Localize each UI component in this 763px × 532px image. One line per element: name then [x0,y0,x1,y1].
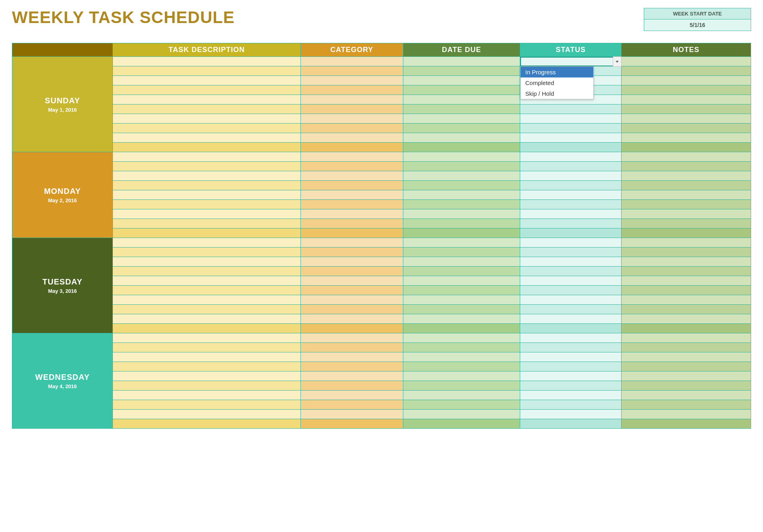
status-cell[interactable] [520,371,622,381]
task-cell[interactable] [113,381,301,391]
task-cell[interactable] [113,343,301,352]
due-cell[interactable] [403,219,520,228]
due-cell[interactable] [403,104,520,114]
status-cell[interactable] [520,257,622,267]
category-cell[interactable] [300,276,403,286]
task-cell[interactable] [113,190,301,200]
category-cell[interactable] [300,419,403,429]
status-cell[interactable] [520,343,622,352]
status-cell[interactable] [520,286,622,295]
notes-cell[interactable] [622,228,751,238]
category-cell[interactable] [300,267,403,276]
due-cell[interactable] [403,381,520,391]
notes-cell[interactable] [622,314,751,324]
notes-cell[interactable] [622,209,751,219]
category-cell[interactable] [300,143,403,152]
task-cell[interactable] [113,57,301,66]
due-cell[interactable] [403,124,520,133]
category-cell[interactable] [300,152,403,162]
category-cell[interactable] [300,238,403,248]
task-cell[interactable] [113,295,301,305]
dropdown-arrow-icon[interactable] [613,56,622,67]
due-cell[interactable] [403,257,520,267]
notes-cell[interactable] [622,171,751,181]
notes-cell[interactable] [622,333,751,343]
notes-cell[interactable] [622,352,751,362]
notes-cell[interactable] [622,410,751,419]
status-cell[interactable] [520,114,622,124]
due-cell[interactable] [403,209,520,219]
notes-cell[interactable] [622,124,751,133]
status-cell[interactable] [520,190,622,200]
category-cell[interactable] [300,257,403,267]
status-option[interactable]: In Progress [521,67,593,77]
notes-cell[interactable] [622,295,751,305]
status-cell[interactable] [520,200,622,209]
notes-cell[interactable] [622,104,751,114]
due-cell[interactable] [403,190,520,200]
task-cell[interactable] [113,267,301,276]
due-cell[interactable] [403,171,520,181]
due-cell[interactable] [403,66,520,76]
category-cell[interactable] [300,181,403,190]
due-cell[interactable] [403,181,520,190]
task-cell[interactable] [113,85,301,95]
category-cell[interactable] [300,219,403,228]
due-cell[interactable] [403,391,520,400]
task-cell[interactable] [113,391,301,400]
category-cell[interactable] [300,76,403,85]
status-cell[interactable] [520,362,622,371]
notes-cell[interactable] [622,391,751,400]
category-cell[interactable] [300,200,403,209]
due-cell[interactable] [403,95,520,104]
task-cell[interactable] [113,76,301,85]
task-cell[interactable] [113,419,301,429]
task-cell[interactable] [113,209,301,219]
task-cell[interactable] [113,66,301,76]
category-cell[interactable] [300,95,403,104]
category-cell[interactable] [300,85,403,95]
task-cell[interactable] [113,152,301,162]
task-cell[interactable] [113,276,301,286]
category-cell[interactable] [300,333,403,343]
task-cell[interactable] [113,133,301,143]
status-cell[interactable] [520,391,622,400]
notes-cell[interactable] [622,257,751,267]
notes-cell[interactable] [622,267,751,276]
status-cell[interactable] [520,152,622,162]
task-cell[interactable] [113,257,301,267]
task-cell[interactable] [113,200,301,209]
due-cell[interactable] [403,200,520,209]
task-cell[interactable] [113,371,301,381]
status-cell[interactable] [520,228,622,238]
category-cell[interactable] [300,391,403,400]
task-cell[interactable] [113,286,301,295]
status-cell[interactable] [520,305,622,314]
task-cell[interactable] [113,162,301,171]
category-cell[interactable] [300,410,403,419]
task-cell[interactable] [113,104,301,114]
category-cell[interactable] [300,228,403,238]
category-cell[interactable] [300,314,403,324]
notes-cell[interactable] [622,76,751,85]
status-cell[interactable] [520,324,622,333]
task-cell[interactable] [113,410,301,419]
task-cell[interactable] [113,362,301,371]
task-cell[interactable] [113,305,301,314]
due-cell[interactable] [403,57,520,66]
category-cell[interactable] [300,295,403,305]
category-cell[interactable] [300,324,403,333]
status-cell[interactable] [520,295,622,305]
status-option[interactable]: Skip / Hold [521,88,593,99]
notes-cell[interactable] [622,238,751,248]
notes-cell[interactable] [622,343,751,352]
due-cell[interactable] [403,343,520,352]
category-cell[interactable] [300,190,403,200]
task-cell[interactable] [113,171,301,181]
task-cell[interactable] [113,124,301,133]
due-cell[interactable] [403,152,520,162]
notes-cell[interactable] [622,95,751,104]
status-option[interactable]: Completed [521,77,593,88]
notes-cell[interactable] [622,276,751,286]
due-cell[interactable] [403,133,520,143]
